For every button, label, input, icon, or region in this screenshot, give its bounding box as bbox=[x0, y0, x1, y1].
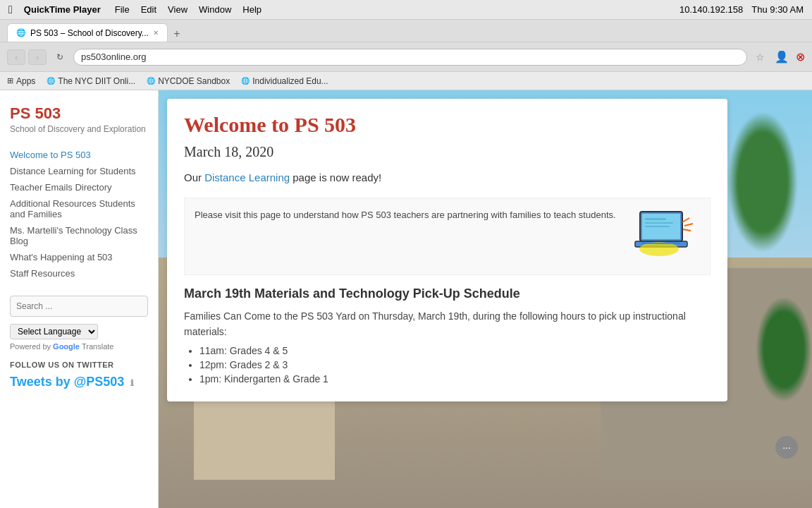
info-box: Please visit this page to understand how… bbox=[184, 198, 710, 275]
bookmark-nycdoe[interactable]: 🌐 NYCDOE Sandbox bbox=[147, 76, 230, 86]
sidebar-item-teacher-emails[interactable]: Teacher Emails Directory bbox=[10, 179, 148, 195]
tab-title: PS 503 – School of Discovery... bbox=[30, 28, 149, 38]
svg-rect-4 bbox=[645, 226, 670, 227]
bookmark-nyc-diit[interactable]: 🌐 The NYC DIIT Onli... bbox=[47, 76, 135, 86]
bookmark-star-icon[interactable]: ☆ bbox=[756, 52, 765, 63]
welcome-title: Welcome to PS 503 bbox=[184, 113, 710, 137]
laptop-svg bbox=[629, 208, 700, 265]
info-icon[interactable]: ℹ bbox=[130, 378, 134, 388]
svg-rect-2 bbox=[645, 218, 666, 220]
nav-buttons: ‹ › bbox=[7, 49, 47, 65]
mac-system-bar:  QuickTime Player File Edit View Window… bbox=[0, 0, 812, 20]
sidebar-nav: Welcome to PS 503 Distance Learning for … bbox=[10, 147, 148, 282]
sidebar-item-distance-learning[interactable]: Distance Learning for Students bbox=[10, 163, 148, 179]
language-select-container: Select Language bbox=[10, 324, 148, 339]
menu-help[interactable]: Help bbox=[242, 4, 262, 15]
menu-file[interactable]: File bbox=[115, 4, 130, 15]
menu-edit[interactable]: Edit bbox=[141, 4, 156, 15]
intro-text: Our Distance Learning page is now ready! bbox=[184, 170, 710, 186]
follow-twitter-label: FOLLOW US ON TWITTER bbox=[10, 361, 148, 369]
system-status-bar: 10.140.192.158 Thu 9:30 AM bbox=[679, 4, 804, 15]
bookmark-apps[interactable]: ⊞ Apps bbox=[7, 76, 35, 86]
menu-window[interactable]: Window bbox=[199, 4, 231, 15]
pickup-time-3: 1pm: Kindergarten & Grade 1 bbox=[199, 373, 710, 385]
intro-prefix: Our bbox=[184, 171, 204, 183]
tab-close-icon[interactable]: ✕ bbox=[153, 29, 159, 37]
active-tab[interactable]: 🌐 PS 503 – School of Discovery... ✕ bbox=[7, 23, 168, 42]
svg-line-10 bbox=[683, 229, 691, 231]
google-logo: Google bbox=[53, 342, 80, 351]
address-bar[interactable]: ps503online.org bbox=[73, 49, 747, 66]
back-button[interactable]: ‹ bbox=[7, 49, 25, 65]
sidebar-item-welcome[interactable]: Welcome to PS 503 bbox=[10, 147, 148, 163]
google-translate-attribution: Powered by Google Translate bbox=[10, 342, 148, 351]
bookmark-apps-label: Apps bbox=[16, 76, 35, 86]
user-icon[interactable]: 👤 bbox=[775, 50, 789, 64]
pickup-times-list: 11am: Grades 4 & 5 12pm: Grades 2 & 3 1p… bbox=[184, 345, 710, 385]
tab-favicon: 🌐 bbox=[16, 28, 26, 37]
tweets-by-text: Tweets by @PS503 bbox=[10, 375, 124, 389]
laptop-illustration bbox=[629, 208, 700, 265]
tab-bar: 🌐 PS 503 – School of Discovery... ✕ + bbox=[0, 20, 812, 42]
svg-line-9 bbox=[684, 224, 693, 226]
bookmark-nycdoe-label: NYCDOE Sandbox bbox=[158, 76, 230, 86]
site-title: PS 503 bbox=[10, 104, 148, 123]
url-text: ps503online.org bbox=[81, 52, 147, 62]
clock: Thu 9:30 AM bbox=[751, 4, 804, 15]
vegetation-right2 bbox=[756, 296, 812, 402]
sidebar-item-whats-happening[interactable]: What's Happening at 503 bbox=[10, 249, 148, 265]
svg-point-6 bbox=[639, 242, 679, 256]
refresh-button[interactable]: ↻ bbox=[52, 49, 68, 65]
main-layout: PS 503 School of Discovery and Explorati… bbox=[0, 90, 812, 508]
site-subtitle: School of Discovery and Exploration bbox=[10, 124, 148, 134]
sidebar: PS 503 School of Discovery and Explorati… bbox=[0, 90, 159, 508]
svg-rect-7 bbox=[642, 243, 680, 244]
bookmark-individualized-label: Individualized Edu... bbox=[252, 76, 328, 86]
app-name: QuickTime Player bbox=[24, 4, 101, 15]
new-tab-button[interactable]: + bbox=[169, 26, 185, 42]
menu-bar: File Edit View Window Help bbox=[115, 4, 262, 15]
bookmark-nyc-diit-label: The NYC DIIT Onli... bbox=[58, 76, 135, 86]
sidebar-item-tech-blog[interactable]: Ms. Martelli's Technology Class Blog bbox=[10, 222, 148, 249]
intro-suffix: page is now ready! bbox=[290, 171, 381, 183]
info-box-text: Please visit this page to understand how… bbox=[195, 208, 618, 223]
svg-line-8 bbox=[682, 218, 689, 222]
search-input[interactable] bbox=[10, 296, 148, 317]
content-area: Welcome to PS 503 March 18, 2020 Our Dis… bbox=[159, 90, 812, 508]
bookmark-individualized[interactable]: 🌐 Individualized Edu... bbox=[241, 76, 328, 86]
browser-toolbar: ‹ › ↻ ps503online.org ☆ 👤 ⊗ bbox=[0, 42, 812, 72]
translate-label: Translate bbox=[82, 342, 113, 351]
distance-learning-link[interactable]: Distance Learning bbox=[204, 171, 290, 183]
sidebar-item-additional-resources[interactable]: Additional Resources Students and Famili… bbox=[10, 195, 148, 222]
language-dropdown[interactable]: Select Language bbox=[10, 324, 98, 339]
vegetation-right bbox=[727, 111, 798, 253]
pickup-time-2: 12pm: Grades 2 & 3 bbox=[199, 359, 710, 370]
svg-rect-3 bbox=[645, 222, 673, 224]
section-body: Families Can Come to the PS 503 Yard on … bbox=[184, 308, 710, 340]
apple-icon[interactable]:  bbox=[8, 4, 13, 16]
post-date: March 18, 2020 bbox=[184, 144, 710, 160]
forward-button[interactable]: › bbox=[28, 49, 47, 65]
sidebar-item-staff-resources[interactable]: Staff Resources bbox=[10, 265, 148, 282]
chat-bubble-button[interactable]: ··· bbox=[775, 436, 798, 459]
ip-address: 10.140.192.158 bbox=[679, 4, 743, 15]
section-title: March 19th Materials and Technology Pick… bbox=[184, 286, 710, 301]
pickup-time-1: 11am: Grades 4 & 5 bbox=[199, 345, 710, 356]
content-card: Welcome to PS 503 March 18, 2020 Our Dis… bbox=[167, 99, 727, 401]
tweets-by-label: Tweets by @PS503 ℹ bbox=[10, 375, 148, 389]
bookmarks-bar: ⊞ Apps 🌐 The NYC DIIT Onli... 🌐 NYCDOE S… bbox=[0, 72, 812, 90]
close-icon[interactable]: ⊗ bbox=[796, 50, 805, 64]
menu-view[interactable]: View bbox=[168, 4, 187, 15]
powered-by-label: Powered by bbox=[10, 342, 51, 351]
